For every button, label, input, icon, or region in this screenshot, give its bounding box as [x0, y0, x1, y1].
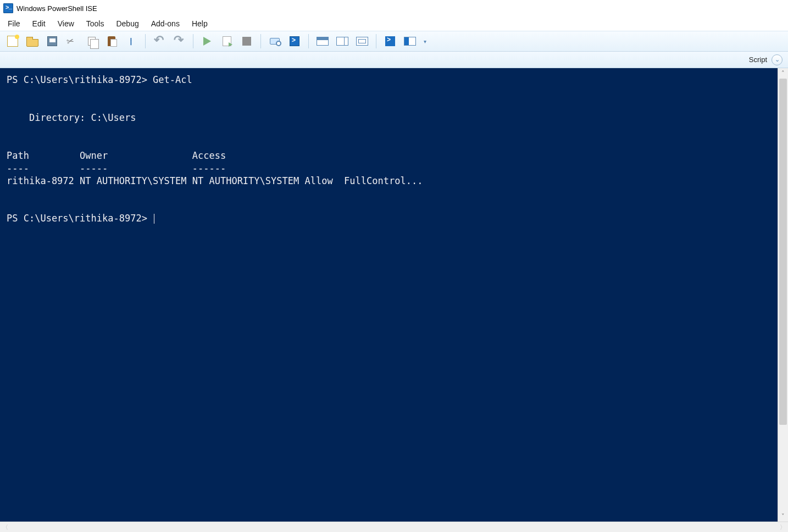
menu-debug[interactable]: Debug [110, 18, 144, 30]
stop-button[interactable] [237, 33, 256, 49]
scroll-track[interactable] [778, 79, 788, 511]
clear-console-button[interactable]: ⟋ [122, 33, 141, 49]
undo-icon: ↶ [154, 36, 165, 47]
menu-addons[interactable]: Add-ons [146, 18, 185, 30]
vertical-scrollbar[interactable]: ˄ ˅ [778, 68, 788, 522]
menu-file[interactable]: File [2, 18, 26, 30]
menu-help[interactable]: Help [186, 18, 213, 30]
toolbar-separator [376, 34, 376, 48]
paste-icon [108, 36, 115, 46]
stop-icon [242, 37, 251, 46]
titlebar: Windows PowerShell ISE [0, 0, 788, 16]
menubar: File Edit View Tools Debug Add-ons Help [0, 16, 788, 31]
run-script-button[interactable] [198, 33, 217, 49]
new-file-icon [7, 36, 18, 47]
clear-icon: ⟋ [124, 34, 139, 49]
console-line: Path Owner Access [7, 150, 226, 161]
new-remote-tab-icon [270, 38, 280, 45]
menu-tools[interactable]: Tools [81, 18, 110, 30]
cut-icon: ✂ [65, 35, 79, 48]
copy-icon [88, 37, 96, 46]
open-file-button[interactable] [23, 33, 42, 49]
powershell-icon [290, 36, 299, 46]
run-selection-button[interactable] [218, 33, 236, 49]
console-line: rithika-8972 NT AUTHORITY\SYSTEM NT AUTH… [7, 175, 423, 186]
scroll-down-button[interactable]: ˅ [778, 511, 788, 522]
script-pane-label: Script [749, 56, 767, 64]
show-script-right-button[interactable] [333, 33, 352, 49]
window-title: Windows PowerShell ISE [16, 4, 97, 13]
paste-button[interactable] [102, 33, 121, 49]
show-script-max-button[interactable] [353, 33, 371, 49]
menu-edit[interactable]: Edit [27, 18, 51, 30]
menu-view[interactable]: View [52, 18, 80, 30]
scroll-up-button[interactable]: ˄ [778, 68, 788, 79]
console-pane[interactable]: PS C:\Users\rithika-8972> Get-Acl Direct… [0, 68, 778, 522]
save-icon [47, 36, 57, 46]
cut-button[interactable]: ✂ [63, 33, 81, 49]
toolbar-separator [193, 34, 193, 48]
console-line: ---- ----- ------ [7, 163, 226, 174]
horizontal-scrollbar[interactable]: 〈 〉 [0, 522, 788, 532]
toolbar-options-button[interactable]: ▾ [420, 33, 429, 49]
scroll-right-button[interactable]: 〉 [778, 523, 788, 531]
chevron-down-icon: ⌄ [775, 56, 780, 63]
copy-button[interactable] [82, 33, 101, 49]
show-command-window-button[interactable] [381, 33, 399, 49]
text-cursor [154, 214, 154, 224]
toolbar-separator [260, 34, 261, 48]
show-script-top-icon [317, 37, 329, 46]
start-powershell-button[interactable] [285, 33, 304, 49]
show-command-addon-icon [404, 37, 416, 46]
console-line: PS C:\Users\rithika-8972> Get-Acl [7, 74, 192, 85]
toolbar-options-icon: ▾ [424, 38, 426, 45]
run-selection-icon [223, 36, 231, 46]
scroll-left-button[interactable]: 〈 [0, 523, 10, 531]
console-prompt: PS C:\Users\rithika-8972> [7, 213, 153, 224]
toolbar-separator [308, 34, 309, 48]
undo-button[interactable]: ↶ [150, 33, 169, 49]
open-file-icon [26, 39, 38, 47]
show-script-max-icon [356, 37, 368, 46]
scroll-thumb[interactable] [779, 79, 787, 425]
console-line: Directory: C:\Users [7, 112, 136, 123]
script-pane-header: Script ⌄ [0, 52, 788, 68]
save-button[interactable] [43, 33, 62, 49]
expand-script-pane-button[interactable]: ⌄ [772, 54, 783, 65]
toolbar-separator [145, 34, 146, 48]
app-icon [3, 3, 13, 13]
show-command-addon-button[interactable] [401, 33, 419, 49]
new-remote-tab-button[interactable] [265, 33, 284, 49]
redo-icon: ↷ [174, 36, 185, 47]
show-command-icon [385, 36, 395, 46]
redo-button[interactable]: ↷ [170, 33, 188, 49]
new-file-button[interactable] [3, 33, 22, 49]
toolbar: ✂ ⟋ ↶ ↷ ▾ [0, 31, 788, 52]
console-region: PS C:\Users\rithika-8972> Get-Acl Direct… [0, 68, 788, 522]
run-icon [203, 37, 211, 46]
show-script-top-button[interactable] [313, 33, 332, 49]
show-script-right-icon [336, 37, 348, 46]
